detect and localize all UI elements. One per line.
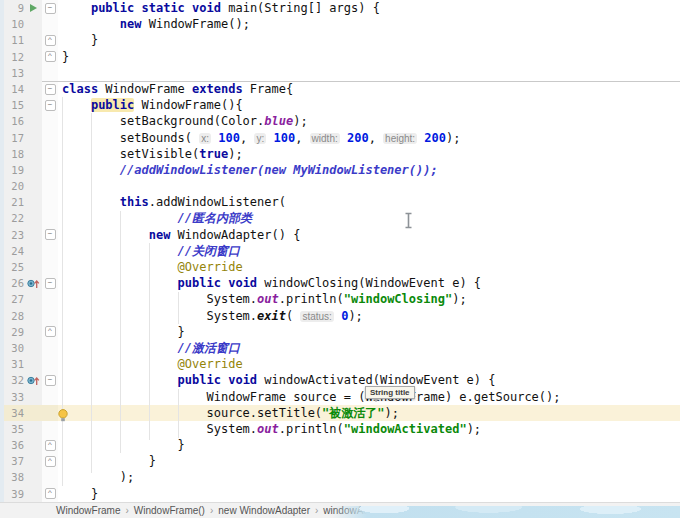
code-line[interactable]: System.exit( status: 0);	[58, 308, 680, 324]
code-line[interactable]	[58, 178, 680, 194]
code-token-p: );	[348, 309, 362, 323]
gutter: 24	[0, 243, 58, 259]
code-line[interactable]: @Override	[58, 356, 680, 372]
code-line[interactable]: public void windowClosing(WindowEvent e)…	[58, 275, 680, 291]
code-token-p: );	[446, 131, 460, 145]
code-line[interactable]: );	[58, 469, 680, 485]
code-line[interactable]: setBackground(Color.blue);	[58, 113, 680, 129]
code-row: 18 setVisible(true);	[0, 146, 680, 162]
code-line[interactable]: //addWindowListener(new MyWindowListener…	[58, 162, 680, 178]
code-token-h: y:	[254, 133, 266, 144]
fold-column: −	[42, 0, 58, 16]
gutter: 28	[0, 308, 58, 324]
indent-guide	[91, 113, 92, 473]
code-line[interactable]: }	[58, 324, 680, 340]
fold-marker[interactable]: −	[45, 100, 56, 111]
code-line[interactable]: //匿名内部类	[58, 210, 680, 226]
gutter-icon-slot	[24, 324, 42, 340]
fold-marker[interactable]: −	[45, 278, 56, 289]
fold-column: ^	[42, 486, 58, 502]
fold-column: −	[42, 97, 58, 113]
gutter-icon-slot	[24, 49, 42, 65]
code-token-h: height:	[383, 133, 417, 144]
fold-marker[interactable]: −	[45, 84, 56, 95]
code-line[interactable]: //激活窗口	[58, 340, 680, 356]
code-line[interactable]: class WindowFrame extends Frame{	[58, 81, 680, 97]
gutter: 18	[0, 146, 58, 162]
code-line[interactable]: setVisible(true);	[58, 146, 680, 162]
fold-column	[42, 16, 58, 32]
fold-marker[interactable]: ^	[45, 326, 56, 337]
code-token-k: this	[120, 195, 149, 209]
code-line[interactable]: new WindowAdapter() {	[58, 227, 680, 243]
fold-marker[interactable]: ^	[45, 488, 56, 499]
code-line[interactable]: source.setTitle("被激活了");	[58, 405, 680, 421]
fold-marker[interactable]: ^	[45, 440, 56, 451]
code-line[interactable]: new WindowFrame();	[58, 16, 680, 32]
override-method-icon[interactable]	[24, 275, 42, 291]
code-line[interactable]: }	[58, 453, 680, 469]
breadcrumb-item[interactable]: WindowFrame	[56, 505, 120, 516]
fold-column: −	[42, 81, 58, 97]
gutter-icon-slot	[24, 437, 42, 453]
code-row: 30 //激活窗口	[0, 340, 680, 356]
code-row: 17 setBounds( x: 100, y: 100, width: 200…	[0, 130, 680, 146]
run-icon[interactable]	[24, 0, 42, 16]
code-line[interactable]: System.out.println("windowActivated");	[58, 421, 680, 437]
gutter: 20	[0, 178, 58, 194]
breadcrumb-item[interactable]: WindowFrame()	[134, 505, 205, 516]
gutter: 35	[0, 421, 58, 437]
fold-column	[42, 65, 58, 81]
code-token-f: blue	[264, 114, 293, 128]
fold-column	[42, 178, 58, 194]
fold-column: −	[42, 275, 58, 291]
gutter: 33	[0, 389, 58, 405]
indent-guide	[178, 292, 179, 324]
override-method-icon[interactable]	[24, 372, 42, 388]
gutter: 39^	[0, 486, 58, 502]
indent-guide	[62, 97, 63, 486]
fold-marker[interactable]: −	[45, 375, 56, 386]
code-token-n: 200	[424, 131, 446, 145]
code-token-p: WindowFrame(){	[134, 98, 242, 112]
code-line[interactable]: //关闭窗口	[58, 243, 680, 259]
fold-marker[interactable]: ^	[45, 51, 56, 62]
code-line[interactable]	[58, 65, 680, 81]
gutter: 16	[0, 113, 58, 129]
fold-column	[42, 340, 58, 356]
code-line[interactable]: this.addWindowListener(	[58, 194, 680, 210]
code-token-k: public	[178, 373, 221, 387]
code-line[interactable]: }	[58, 32, 680, 48]
code-token-p: }	[62, 325, 185, 339]
code-line[interactable]: }	[58, 437, 680, 453]
code-token-n: 200	[347, 131, 369, 145]
fold-marker[interactable]: −	[45, 3, 56, 14]
breadcrumb-item[interactable]: new WindowAdapter	[218, 505, 310, 516]
fold-marker[interactable]: −	[45, 229, 56, 240]
code-line[interactable]: @Override	[58, 259, 680, 275]
code-row: 33 WindowFrame source = (WindowFrame) e.…	[0, 389, 680, 405]
gutter: 27	[0, 291, 58, 307]
fold-column: ^	[42, 324, 58, 340]
code-line[interactable]: public static void main(String[] args) {	[58, 0, 680, 16]
code-line[interactable]: System.out.println("windowClosing");	[58, 291, 680, 307]
code-line[interactable]: public WindowFrame(){	[58, 97, 680, 113]
fold-column	[42, 291, 58, 307]
fold-marker[interactable]: ^	[45, 456, 56, 467]
code-line[interactable]: }	[58, 486, 680, 502]
code-line[interactable]: setBounds( x: 100, y: 100, width: 200, h…	[58, 130, 680, 146]
code-token-p: WindowFrame();	[141, 17, 249, 31]
code-token-p	[62, 228, 149, 242]
code-line[interactable]: }	[58, 49, 680, 65]
code-token-p: .addWindowListener(	[149, 195, 286, 209]
fold-column	[42, 405, 58, 421]
intention-bulb-icon[interactable]	[58, 407, 68, 426]
code-area[interactable]: 9− public static void main(String[] args…	[0, 0, 680, 502]
fold-column: −	[42, 227, 58, 243]
code-token-p: (	[286, 309, 300, 323]
code-token-s: "windowClosing"	[344, 292, 452, 306]
gutter-icon-slot	[24, 162, 42, 178]
code-token-p: Frame{	[243, 82, 294, 96]
ide-editor-window: 9− public static void main(String[] args…	[0, 0, 680, 518]
fold-marker[interactable]: ^	[45, 35, 56, 46]
